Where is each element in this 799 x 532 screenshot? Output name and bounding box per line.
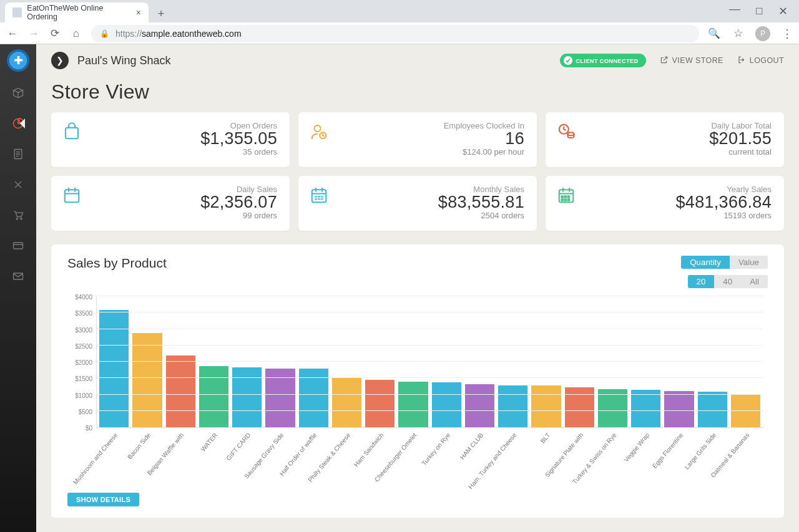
bar[interactable] (365, 380, 395, 427)
svg-point-9 (568, 132, 574, 135)
card-daily-sales: Daily Sales$2,356.0799 orders (51, 176, 290, 231)
toggle-count[interactable]: 2040All (688, 275, 768, 288)
bar[interactable] (199, 366, 228, 427)
logout-link[interactable]: LOGOUT (737, 56, 784, 66)
bar[interactable] (398, 382, 428, 428)
y-axis: $0$500$1000$1500$2000$2500$3000$3500$400… (66, 297, 96, 428)
grid-line (97, 377, 763, 378)
back-icon[interactable]: ← (6, 27, 19, 40)
bar[interactable] (731, 395, 760, 428)
star-icon[interactable]: ☆ (732, 27, 744, 40)
bar[interactable] (232, 367, 262, 427)
check-icon: ✔ (564, 56, 572, 65)
bar[interactable] (332, 378, 361, 427)
toggle-option[interactable]: 20 (688, 275, 715, 288)
close-window-icon[interactable]: ✕ (778, 4, 788, 18)
toggle-option[interactable]: 40 (714, 275, 741, 288)
brand-logo[interactable]: ✚ (7, 49, 29, 72)
new-tab-button[interactable]: + (152, 5, 170, 22)
grid-line (97, 345, 763, 346)
x-axis-labels: Mushroom and CheeseBacon SideBelgian Waf… (96, 428, 763, 484)
bar[interactable] (498, 385, 527, 427)
zoom-search-icon[interactable]: 🔍 (708, 27, 720, 39)
nav-cart-icon[interactable] (12, 209, 24, 225)
bar[interactable] (531, 385, 561, 427)
profile-avatar[interactable]: P (755, 26, 770, 41)
x-label: Mushroom and Cheese (99, 428, 128, 484)
nav-mail-icon[interactable] (12, 270, 24, 286)
home-icon[interactable]: ⌂ (70, 27, 82, 40)
bag-icon (62, 121, 87, 161)
calendar-y-icon (557, 185, 582, 225)
minimize-icon[interactable]: — (729, 2, 740, 16)
forward-icon[interactable]: → (27, 27, 40, 40)
grid-line (97, 361, 763, 362)
toggle-metric[interactable]: QuantityValue (681, 256, 768, 269)
bar[interactable] (698, 392, 727, 427)
y-tick-label: $1000 (75, 392, 92, 399)
svg-rect-3 (14, 243, 23, 249)
browser-menu-icon[interactable]: ⋮ (782, 31, 793, 37)
reload-icon[interactable]: ⟳ (49, 27, 61, 40)
logout-label: LOGOUT (750, 56, 784, 65)
app-root: ✚ ❯ Paul's Wing Shack (0, 44, 799, 532)
grid-line (97, 329, 763, 329)
svg-rect-10 (65, 190, 79, 202)
card-value: $83,555.81 (335, 193, 524, 212)
tab-title: EatOnTheWeb Online Ordering (27, 4, 131, 21)
store-name: Paul's Wing Shack (77, 54, 171, 67)
x-label: Turkey & Swiss on Rye (597, 428, 627, 484)
card-subtext: 35 orders (87, 147, 277, 157)
toggle-option[interactable]: All (741, 275, 768, 288)
nav-tools-icon[interactable] (12, 178, 24, 194)
show-details-button[interactable]: SHOW DETAILS (67, 493, 139, 506)
bar[interactable] (631, 390, 660, 427)
close-tab-icon[interactable]: × (136, 7, 141, 17)
left-rail: ✚ (0, 44, 36, 532)
address-bar[interactable]: 🔒 https://sample.eatontheweb.com (91, 25, 699, 42)
lock-icon: 🔒 (100, 29, 109, 38)
x-label: Veggie Wrap (631, 428, 660, 484)
client-connected-pill: ✔ CLIENT CONNECTED (560, 54, 645, 67)
nav-analytics-icon[interactable] (12, 117, 24, 133)
grid-line (97, 410, 763, 411)
card-open-orders: Open Orders$1,355.0535 orders (51, 112, 290, 167)
logout-icon (737, 56, 746, 66)
y-tick-label: $3500 (75, 310, 92, 317)
card-subtext: $124.00 per hour (335, 147, 524, 157)
view-store-link[interactable]: VIEW STORE (660, 56, 723, 66)
y-tick-label: $1500 (75, 375, 92, 382)
nav-box-icon[interactable] (12, 87, 24, 102)
top-bar: ❯ Paul's Wing Shack ✔ CLIENT CONNECTED V… (36, 44, 799, 77)
chart: $0$500$1000$1500$2000$2500$3000$3500$400… (57, 297, 778, 428)
maximize-icon[interactable]: ☐ (755, 6, 763, 16)
browser-tab[interactable]: EatOnTheWeb Online Ordering × (5, 2, 149, 22)
y-tick-label: $4000 (75, 294, 92, 301)
stat-cards: Open Orders$1,355.0535 ordersEmployees C… (36, 112, 799, 231)
active-indicator (20, 118, 25, 128)
bar[interactable] (598, 389, 627, 427)
bar[interactable] (465, 384, 494, 427)
bar[interactable] (664, 391, 694, 427)
toggle-option[interactable]: Value (730, 256, 768, 269)
card-value: $2,356.07 (87, 193, 277, 212)
card-value: $481,366.84 (582, 193, 772, 212)
plot-area (96, 297, 763, 428)
bar[interactable] (132, 333, 162, 427)
url-text: https://sample.eatontheweb.com (115, 29, 242, 39)
calendar-icon (62, 185, 87, 225)
bar[interactable] (166, 355, 195, 427)
x-label: Sausage Gravy Side (265, 428, 294, 484)
toggle-option[interactable]: Quantity (681, 256, 730, 269)
card-subtext: 2504 orders (335, 211, 524, 220)
panel-controls: QuantityValue 2040All (681, 256, 768, 288)
nav-receipt-icon[interactable] (12, 148, 24, 163)
nav-card-icon[interactable] (12, 239, 24, 255)
external-link-icon (660, 56, 669, 66)
store-selector[interactable]: ❯ Paul's Wing Shack (51, 52, 171, 69)
sales-panel: Sales by Product QuantityValue 2040All $… (51, 244, 784, 518)
bars (97, 297, 763, 427)
chevron-right-icon: ❯ (51, 52, 69, 69)
bar[interactable] (432, 382, 461, 427)
y-tick-label: $2000 (75, 359, 92, 366)
